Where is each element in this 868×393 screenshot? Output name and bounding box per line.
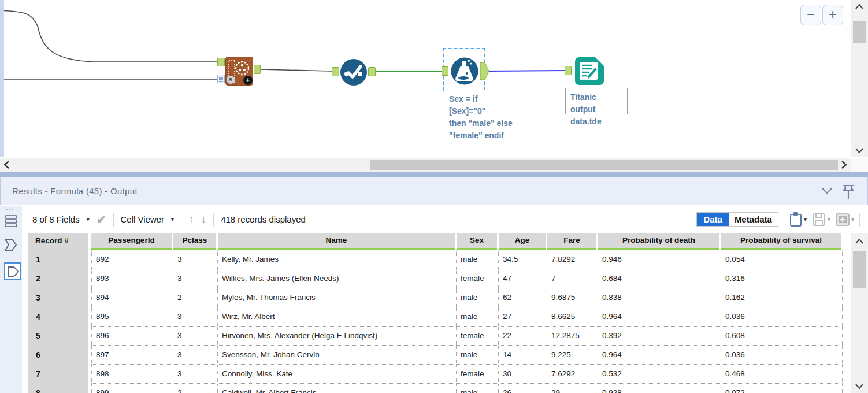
table-row[interactable]: 8923Kelly, Mr. Jamesmale34.57.82920.9460… (91, 250, 843, 269)
table-cell[interactable]: male (457, 384, 499, 393)
workflow-canvas[interactable]: R + (0, 0, 851, 157)
table-cell[interactable]: 0.316 (721, 269, 843, 288)
table-cell[interactable]: 895 (91, 307, 173, 326)
select-output-anchor[interactable] (368, 67, 376, 76)
table-row[interactable]: 8933Wilkes, Mrs. James (Ellen Needs)fema… (91, 269, 843, 288)
output-anchor-selected[interactable] (4, 262, 21, 280)
column-header[interactable]: Pclass (173, 233, 218, 250)
sort-down-icon[interactable]: ↓ (201, 213, 207, 226)
table-row[interactable]: 8983Connolly, Miss. Katefemale307.62920.… (91, 365, 843, 384)
table-cell[interactable]: Kelly, Mr. James (218, 250, 457, 269)
table-cell[interactable]: 894 (91, 288, 173, 307)
apply-check-icon[interactable]: ✔ (97, 213, 106, 227)
rail-drag-handle[interactable]: ⋯ (5, 205, 14, 215)
table-cell[interactable]: male (457, 346, 499, 364)
table-cell[interactable]: 0.964 (598, 307, 721, 326)
table-cell[interactable]: 0.162 (721, 288, 843, 307)
zoom-out-button[interactable]: − (800, 5, 821, 25)
tab-data[interactable]: Data (697, 213, 729, 226)
table-cell[interactable]: Caldwell, Mr. Albert Francis (218, 384, 457, 393)
select-tool[interactable] (340, 58, 368, 88)
score-tool[interactable]: R + (225, 57, 253, 88)
formula-annotation[interactable]: Sex = if [Sex]="0" then "male" else "fem… (444, 90, 520, 138)
table-cell[interactable]: 0.946 (598, 250, 721, 269)
table-cell[interactable]: 3 (173, 307, 218, 326)
column-header[interactable]: PassengerId (91, 233, 173, 250)
cell-viewer-selector[interactable]: Cell Viewer (121, 214, 165, 224)
scroll-up-icon[interactable] (855, 4, 863, 9)
cell-viewer-caret-icon[interactable]: ▾ (171, 216, 174, 223)
table-cell[interactable]: 29 (547, 384, 598, 393)
table-cell[interactable]: Svensson, Mr. Johan Cervin (218, 346, 457, 364)
table-cell[interactable]: 0.964 (598, 346, 721, 364)
zoom-in-button[interactable]: + (822, 5, 843, 25)
table-cell[interactable]: Myles, Mr. Thomas Francis (218, 288, 457, 307)
table-cell[interactable]: 7.8292 (547, 250, 598, 269)
results-titlebar[interactable]: Results - Formula (45) - Output (0, 177, 868, 205)
table-cell[interactable]: 34.5 (499, 250, 547, 269)
scroll-down-icon[interactable] (855, 148, 863, 153)
table-cell[interactable]: 0.054 (721, 250, 843, 269)
table-cell[interactable]: 22 (499, 327, 547, 345)
table-cell[interactable]: 0.928 (598, 384, 721, 393)
table-cell[interactable]: 3 (173, 269, 218, 288)
canvas-vscroll-thumb[interactable] (853, 21, 866, 43)
table-vscroll-thumb[interactable] (853, 251, 866, 288)
table-cell[interactable]: female (457, 269, 499, 288)
scroll-down-icon[interactable] (855, 384, 863, 389)
new-window-button[interactable]: ▾ (836, 213, 854, 226)
score-input-anchor-data[interactable] (217, 58, 225, 66)
scroll-right-icon[interactable] (841, 161, 847, 169)
score-input-anchor-model[interactable] (217, 75, 225, 83)
fields-selector[interactable]: 8 of 8 Fields (32, 214, 80, 224)
table-cell[interactable]: 30 (499, 365, 547, 383)
formula-output-anchor[interactable] (480, 62, 490, 80)
column-header[interactable]: Sex (457, 233, 499, 250)
column-header[interactable]: Name (218, 233, 457, 250)
table-row[interactable]: 8973Svensson, Mr. Johan Cervinmale149.22… (91, 346, 843, 365)
column-header[interactable]: Probability of survival (721, 233, 843, 250)
table-cell[interactable]: 8.6625 (547, 307, 598, 326)
table-cell[interactable]: 7 (547, 269, 598, 288)
copy-button[interactable]: ▾ (789, 212, 807, 227)
canvas-hscroll-thumb[interactable] (370, 160, 838, 170)
table-cell[interactable]: female (457, 327, 499, 345)
table-cell[interactable]: 3 (173, 327, 218, 345)
canvas-hscrollbar[interactable] (0, 158, 851, 172)
table-cell[interactable]: 897 (91, 346, 173, 364)
table-cell[interactable]: Hirvonen, Mrs. Alexander (Helga E Lindqv… (218, 327, 457, 345)
table-cell[interactable]: 27 (499, 307, 547, 326)
panel-splitter[interactable] (0, 172, 868, 177)
fields-caret-icon[interactable]: ▾ (87, 216, 90, 223)
table-cell[interactable]: 0.838 (598, 288, 721, 307)
canvas-vscrollbar[interactable] (851, 0, 868, 157)
table-row[interactable]: 8992Caldwell, Mr. Albert Francismale2629… (91, 384, 843, 393)
output-input-anchor[interactable] (565, 66, 572, 75)
table-cell[interactable]: male (457, 307, 499, 326)
column-header[interactable]: Probability of death (598, 233, 721, 250)
scroll-left-icon[interactable] (4, 161, 9, 169)
table-cell[interactable]: 26 (499, 384, 547, 393)
table-row[interactable]: 8953Wirz, Mr. Albertmale278.66250.9640.0… (91, 307, 843, 327)
table-cell[interactable]: 0.468 (721, 365, 843, 383)
table-cell[interactable]: 0.036 (721, 307, 843, 326)
table-cell[interactable]: 62 (499, 288, 547, 307)
scroll-up-icon[interactable] (855, 239, 863, 244)
table-cell[interactable]: 2 (173, 288, 218, 307)
table-cell[interactable]: 3 (173, 346, 218, 364)
table-cell[interactable]: 899 (91, 384, 173, 393)
input-anchor-icon[interactable] (4, 238, 18, 251)
save-button[interactable]: ▾ (812, 213, 830, 227)
pin-icon[interactable] (841, 183, 856, 201)
column-header[interactable]: Fare (547, 233, 598, 250)
table-cell[interactable]: 0.072 (721, 384, 843, 393)
table-cell[interactable]: 898 (91, 365, 173, 383)
table-cell[interactable]: female (457, 365, 499, 383)
table-cell[interactable]: 0.608 (721, 327, 843, 345)
table-row[interactable]: 8942Myles, Mr. Thomas Francismale629.687… (91, 288, 843, 307)
table-cell[interactable]: Connolly, Miss. Kate (218, 365, 457, 383)
table-cell[interactable]: 9.225 (547, 346, 598, 364)
table-cell[interactable]: 14 (499, 346, 547, 364)
table-row[interactable]: 8963Hirvonen, Mrs. Alexander (Helga E Li… (91, 327, 843, 346)
sort-up-icon[interactable]: ↑ (188, 213, 194, 226)
